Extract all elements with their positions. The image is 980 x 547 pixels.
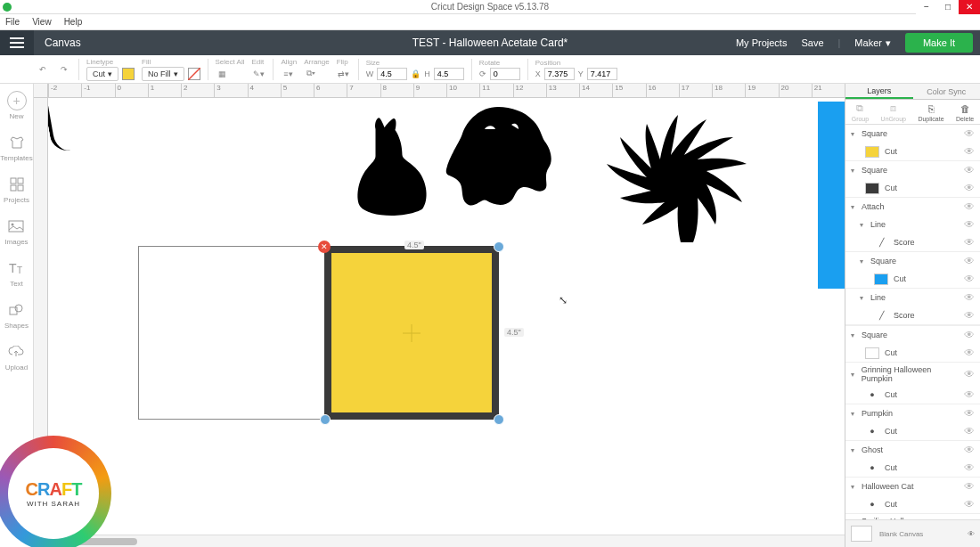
layer-item[interactable]: ▾Grinning Halloween Pumpkin👁●Cut👁 (845, 363, 980, 404)
pumpkin-icon: ● (865, 426, 879, 437)
visibility-icon[interactable]: 👁 (964, 145, 975, 158)
tab-color-sync[interactable]: Color Sync (913, 84, 981, 99)
hamburger-menu[interactable] (0, 30, 34, 55)
rotate-icon: ⟳ (479, 69, 486, 78)
linetype-label: Linetype (86, 58, 135, 66)
height-input[interactable] (434, 68, 464, 80)
selection-resize-handle-br[interactable] (494, 414, 504, 425)
ungroup-button[interactable]: ⧈UnGroup (881, 102, 906, 122)
horizontal-scrollbar[interactable] (48, 535, 845, 547)
save-link[interactable]: Save (801, 37, 823, 48)
blue-rectangle[interactable] (818, 102, 845, 289)
visibility-icon[interactable]: 👁 (964, 498, 975, 510)
layer-name: Square (862, 331, 887, 339)
lock-icon[interactable]: 🔒 (411, 69, 421, 78)
visibility-icon[interactable]: 👁 (964, 236, 975, 249)
arrange-button[interactable]: ⧉▾ (304, 67, 318, 81)
duplicate-icon: ⎘ (925, 102, 937, 115)
visibility-icon[interactable]: 👁 (964, 164, 975, 176)
undo-icon[interactable]: ↶ (36, 62, 50, 77)
images-tool[interactable]: Images (4, 216, 28, 246)
upload-tool[interactable]: Upload (5, 342, 28, 371)
canvas[interactable]: ✕ 4.5" 4.5" ⤡ (48, 98, 845, 535)
layer-swatch (874, 274, 888, 285)
linetype-select[interactable]: Cut▾ (86, 67, 118, 81)
layer-item[interactable]: ▾Square👁Cut👁 (845, 125, 980, 161)
chevron-down-icon: ▾ (860, 294, 867, 302)
my-projects-link[interactable]: My Projects (736, 37, 787, 48)
blank-canvas-row[interactable]: Blank Canvas 👁 (845, 519, 980, 547)
shapes-tool[interactable]: Shapes (4, 300, 29, 330)
layer-item[interactable]: ▾Line👁╱Score👁 (845, 289, 980, 325)
visibility-icon[interactable]: 👁 (968, 530, 975, 538)
layer-item[interactable]: ▾Pumpkin👁●Cut👁 (845, 404, 980, 441)
layers-list: ▾Square👁Cut👁▾Square👁Cut👁▾Attach👁▾Line👁╱S… (845, 125, 980, 519)
align-button[interactable]: ≡▾ (281, 67, 295, 81)
machine-selector[interactable]: Maker ▾ (854, 37, 891, 49)
layer-item[interactable]: ▾Halloween Cat👁●Cut👁 (845, 478, 980, 514)
group-button[interactable]: ⧉Group (852, 102, 869, 122)
x-input[interactable] (544, 68, 575, 80)
cat-silhouette[interactable] (347, 116, 440, 223)
yellow-square-selected[interactable] (331, 253, 492, 412)
visibility-icon[interactable]: 👁 (964, 425, 975, 437)
redo-icon[interactable]: ↷ (57, 62, 71, 77)
svg-rect-3 (18, 178, 23, 184)
visibility-icon[interactable]: 👁 (964, 407, 975, 420)
fill-color-swatch[interactable] (188, 68, 200, 80)
select-all-label: Select All (216, 58, 245, 66)
select-all-button[interactable]: ▦ (216, 67, 230, 81)
width-input[interactable] (377, 68, 407, 80)
visibility-icon[interactable]: 👁 (964, 309, 975, 322)
flip-button[interactable]: ⇄▾ (337, 67, 351, 81)
tree-silhouette[interactable] (578, 98, 783, 242)
ghost-silhouette[interactable] (445, 102, 551, 209)
y-input[interactable] (587, 68, 617, 80)
canvas-area[interactable]: -2-10123456789101112131415161718192021 ✕… (34, 84, 845, 547)
layer-item[interactable]: ▾Attach👁▾Line👁╱Score👁▾Square👁Cut👁▾Line👁╱… (845, 198, 980, 326)
layer-item[interactable]: ▾Square👁Cut👁 (845, 326, 980, 363)
menu-view[interactable]: View (32, 17, 52, 27)
visibility-icon[interactable]: 👁 (964, 255, 975, 267)
layer-item[interactable]: ▾Line👁╱Score👁 (845, 216, 980, 252)
tab-layers[interactable]: Layers (845, 84, 913, 99)
chevron-down-icon: ▾ (860, 221, 867, 229)
visibility-icon[interactable]: 👁 (964, 444, 975, 456)
selection-delete-handle[interactable]: ✕ (318, 241, 331, 253)
new-tool[interactable]: +New (7, 91, 27, 120)
maximize-button[interactable]: □ (937, 0, 959, 14)
visibility-icon[interactable]: 👁 (964, 461, 975, 474)
edit-button[interactable]: ✎▾ (251, 67, 265, 81)
text-tool[interactable]: TTText (7, 258, 27, 288)
visibility-icon[interactable]: 👁 (964, 291, 975, 304)
visibility-icon[interactable]: 👁 (964, 480, 975, 493)
visibility-icon[interactable]: 👁 (964, 218, 975, 231)
visibility-icon[interactable]: 👁 (964, 368, 975, 380)
visibility-icon[interactable]: 👁 (964, 347, 975, 359)
chevron-down-icon: ▾ (174, 69, 178, 78)
layer-item[interactable]: ▾Square👁Cut👁 (845, 161, 980, 198)
menu-file[interactable]: File (5, 17, 20, 27)
visibility-icon[interactable]: 👁 (964, 200, 975, 213)
layer-item[interactable]: ▾Square👁Cut👁 (845, 252, 980, 289)
close-button[interactable]: ✕ (959, 0, 980, 14)
minimize-button[interactable]: − (916, 0, 937, 14)
fill-select[interactable]: No Fill▾ (142, 67, 184, 81)
partial-shape[interactable] (48, 98, 79, 153)
visibility-icon[interactable]: 👁 (964, 273, 975, 285)
linetype-color-swatch[interactable] (122, 68, 135, 80)
delete-button[interactable]: 🗑Delete (956, 102, 974, 122)
visibility-icon[interactable]: 👁 (964, 182, 975, 194)
menu-help[interactable]: Help (64, 17, 83, 27)
visibility-icon[interactable]: 👁 (964, 388, 975, 401)
visibility-icon[interactable]: 👁 (964, 329, 975, 341)
projects-tool[interactable]: Projects (4, 175, 29, 204)
layer-item[interactable]: ▾Ghost👁●Cut👁 (845, 441, 980, 478)
templates-tool[interactable]: Templates (0, 133, 32, 162)
visibility-icon[interactable]: 👁 (964, 127, 975, 140)
selection-rotate-handle[interactable] (494, 241, 504, 252)
duplicate-button[interactable]: ⎘Duplicate (918, 102, 943, 122)
rotate-input[interactable] (490, 68, 520, 80)
make-it-button[interactable]: Make It (905, 33, 973, 53)
selection-resize-handle-bl[interactable] (320, 414, 331, 425)
